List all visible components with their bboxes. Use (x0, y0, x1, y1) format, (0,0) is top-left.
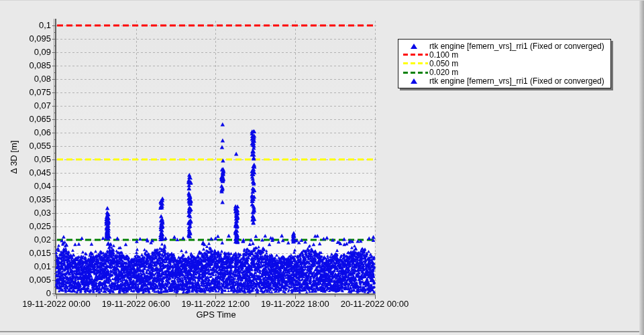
dashed-line-icon (403, 54, 428, 56)
chart-legend: rtk engine [femern_vrs]_rri1 (Fixed or c… (398, 39, 611, 88)
window-right-edge (639, 1, 644, 335)
y-tick-label: 0,025 (19, 222, 51, 231)
y-tick-label: 0,075 (19, 88, 51, 97)
legend-entry: rtk engine [femern_vrs]_rri1 (Fixed or c… (398, 77, 604, 86)
triangle-marker-icon (411, 78, 417, 84)
legend-entry: 0.100 m (398, 50, 604, 59)
y-tick-label: 0,045 (19, 168, 51, 178)
legend-marker (398, 44, 429, 49)
y-tick-label: 0,04 (19, 182, 51, 191)
legend-label: rtk engine [femern_vrs]_rri1 (Fixed or c… (429, 76, 604, 86)
y-tick-label: 0,08 (19, 74, 51, 84)
legend-entry: 0.020 m (398, 68, 604, 77)
legend-marker (398, 72, 429, 74)
dashed-line-icon (403, 72, 428, 74)
y-tick-label: 0,07 (19, 101, 51, 111)
x-tick-label: 19-11-2022 06:00 (102, 299, 170, 309)
y-tick-label: 0,015 (19, 249, 51, 258)
y-axis-title: Δ 3D [m] (9, 132, 19, 183)
x-tick-label: 19-11-2022 18:00 (261, 299, 329, 309)
legend-marker (398, 78, 429, 84)
y-tick-label: 0 (19, 289, 51, 298)
legend-marker (398, 62, 429, 64)
y-tick-label: 0,03 (19, 208, 51, 218)
x-tick-label: 19-11-2022 12:00 (181, 299, 250, 309)
y-tick-label: 0,095 (19, 34, 51, 44)
y-tick-label: 0,01 (19, 262, 51, 271)
y-tick-label: 0,085 (19, 61, 51, 70)
legend-entry: 0.050 m (398, 59, 604, 68)
y-tick-label: 0,1 (19, 21, 51, 30)
dashed-line-icon (403, 62, 428, 64)
x-tick-label: 19-11-2022 00:00 (22, 299, 91, 309)
y-tick-label: 0,005 (19, 275, 51, 285)
y-tick-label: 0,065 (19, 115, 51, 124)
x-tick-label: 20-11-2022 00:00 (341, 299, 409, 309)
legend-marker (398, 54, 429, 56)
window-bottom-divider (0, 331, 639, 332)
y-tick-label: 0,02 (19, 235, 51, 245)
triangle-marker-icon (411, 44, 417, 49)
legend-label: rtk engine [femern_vrs]_rri1 (Fixed or c… (429, 42, 604, 51)
legend-entry: rtk engine [femern_vrs]_rri1 (Fixed or c… (398, 42, 604, 50)
legend-label: 0.020 m (429, 68, 458, 77)
y-tick-label: 0,06 (19, 128, 51, 137)
legend-label: 0.100 m (429, 50, 458, 60)
application-window: 00,0050,010,0150,020,0250,030,0350,040,0… (0, 0, 644, 335)
y-tick-label: 0,05 (19, 155, 51, 164)
y-tick-label: 0,035 (19, 195, 51, 204)
x-axis-title: GPS Time (196, 310, 235, 320)
legend-label: 0.050 m (429, 59, 458, 68)
y-tick-label: 0,055 (19, 141, 51, 151)
y-tick-label: 0,09 (19, 48, 51, 57)
